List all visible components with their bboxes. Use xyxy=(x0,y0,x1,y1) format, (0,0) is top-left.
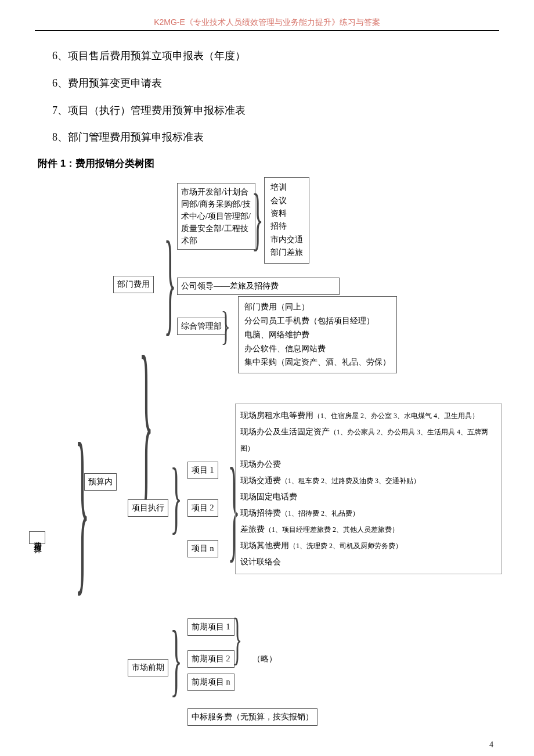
brace-icon: } xyxy=(139,328,154,514)
brace-icon: } xyxy=(171,456,182,537)
genmgt-item: 部门费用（同上） xyxy=(244,300,391,314)
dept-item: 培训 xyxy=(270,181,303,194)
genmgt-item: 电脑、网络维护费 xyxy=(244,328,391,342)
inbudget-node: 预算内 xyxy=(84,473,117,491)
proj2-node: 项目 2 xyxy=(187,499,218,517)
dept-items-box: 培训 会议 资料 招待 市内交通 部门差旅 xyxy=(264,177,309,263)
page-number: 4 xyxy=(35,740,499,750)
detail-line: 现场其他费用（1、洗理费 2、司机及厨师劳务费） xyxy=(240,538,497,554)
genmgt-items-box: 部门费用（同上） 分公司员工手机费（包括项目经理） 电脑、网络维护费 办公软件、… xyxy=(238,296,397,373)
list-item: 6、费用预算变更申请表 xyxy=(52,70,499,97)
pre1-node: 前期项目 1 xyxy=(187,618,234,636)
detail-line: 现场办公费 xyxy=(240,456,497,473)
proj1-node: 项目 1 xyxy=(187,462,218,479)
dept-item: 招待 xyxy=(270,220,303,233)
dept-item: 市内交通 xyxy=(270,233,303,246)
bidfee-box: 中标服务费（无预算，按实报销） xyxy=(187,708,317,726)
dept-item: 会议 xyxy=(270,195,303,207)
header-rule xyxy=(35,30,499,31)
deptcost-node: 部门费用 xyxy=(113,276,154,293)
root-node: 费用预算 xyxy=(29,531,45,544)
leader-box: 公司领导——差旅及招待费 xyxy=(177,278,340,295)
preproj-node: 市场前期 xyxy=(128,659,168,676)
detail-line: 设计联络会 xyxy=(240,554,497,570)
page-header: K2MG-E《专业技术人员绩效管理与业务能力提升》练习与答案 xyxy=(35,17,499,28)
genmgt-item: 办公软件、信息网站费 xyxy=(244,342,391,356)
brace-icon: } xyxy=(171,618,182,700)
detail-line: 现场固定电话费 xyxy=(240,489,497,505)
pre-note: （略） xyxy=(252,653,277,665)
proj-details-box: 现场房租水电等费用（1、住宿房屋 2、办公室 3、水电煤气 4、卫生用具） 现场… xyxy=(235,404,502,574)
departments-box: 市场开发部/计划合同部/商务采购部/技术中心/项目管理部/质量安全部/工程技术部 xyxy=(177,183,255,250)
list-item: 6、项目售后费用预算立项申报表（年度） xyxy=(52,42,499,70)
list-item: 7、项目（执行）管理费用预算申报标准表 xyxy=(52,97,499,124)
projn-node: 项目 n xyxy=(187,540,218,557)
pren-node: 前期项目 n xyxy=(187,674,234,691)
brace-icon: } xyxy=(252,184,264,254)
brace-icon: } xyxy=(75,415,90,601)
numbered-list: 6、项目售后费用预算立项申报表（年度） 6、费用预算变更申请表 7、项目（执行）… xyxy=(35,42,499,151)
genmgt-item: 分公司员工手机费（包括项目经理） xyxy=(244,314,391,328)
detail-line: 现场交通费（1、租车费 2、过路费及油费 3、交通补贴） xyxy=(240,473,497,489)
detail-line: 现场招待费（1、招待费 2、礼品费） xyxy=(240,505,497,521)
dept-item: 资料 xyxy=(270,207,303,220)
brace-icon: } xyxy=(221,306,230,347)
list-item: 8、部门管理费用预算申报标准表 xyxy=(52,124,499,151)
projexec-node: 项目执行 xyxy=(128,499,168,517)
brace-icon: } xyxy=(164,224,176,340)
genmgt-node: 综合管理部 xyxy=(177,318,226,335)
tree-diagram: 费用预算 } 预算内 } 部门费用 } 市场开发部/计划合同部/商务采购部/技术… xyxy=(35,160,499,729)
detail-line: 现场房租水电等费用（1、住宿房屋 2、办公室 3、水电煤气 4、卫生用具） xyxy=(240,408,497,424)
genmgt-item: 集中采购（固定资产、酒、礼品、劳保） xyxy=(244,355,391,369)
pre2-node: 前期项目 2 xyxy=(187,650,234,668)
detail-line: 现场办公及生活固定资产（1、办公家具 2、办公用具 3、生活用具 4、五牌两图） xyxy=(240,424,497,456)
dept-item: 部门差旅 xyxy=(270,246,303,259)
detail-line: 差旅费（1、项目经理差旅费 2、其他人员差旅费） xyxy=(240,521,497,538)
